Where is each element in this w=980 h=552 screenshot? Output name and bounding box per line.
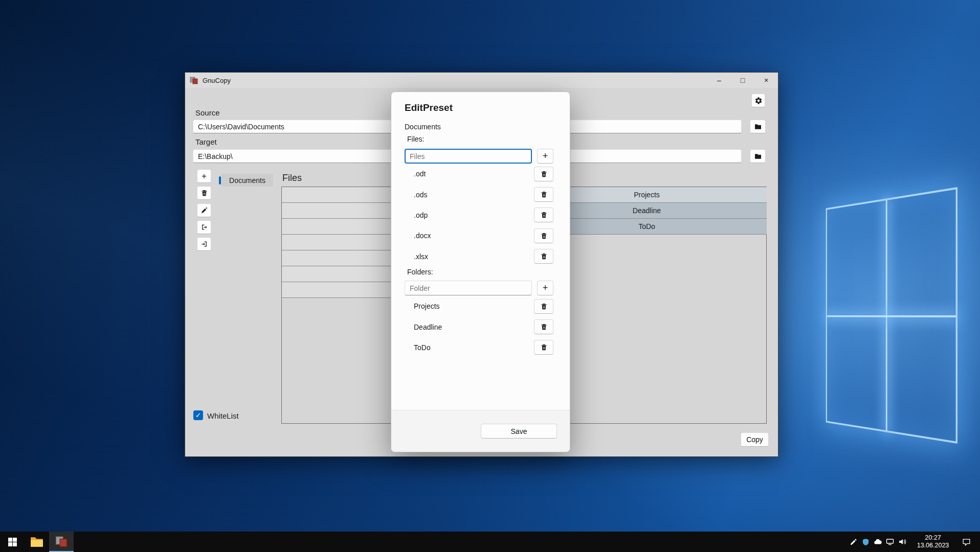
delete-file-button[interactable] bbox=[534, 167, 553, 181]
import-icon bbox=[201, 240, 208, 248]
file-list-item: .odp bbox=[405, 205, 553, 225]
file-list-item: .xlsx bbox=[405, 246, 553, 267]
files-input-row: + bbox=[405, 149, 553, 164]
pen-tray-icon[interactable] bbox=[847, 532, 859, 552]
file-list-item: .docx bbox=[405, 225, 553, 246]
gnucopy-taskbar-button[interactable] bbox=[49, 532, 74, 552]
trash-icon bbox=[540, 252, 548, 260]
folder-name-label: Projects bbox=[414, 302, 440, 310]
volume-tray-icon[interactable] bbox=[896, 532, 908, 552]
window-controls: – □ × bbox=[707, 73, 778, 88]
delete-file-button[interactable] bbox=[534, 249, 553, 264]
settings-button[interactable] bbox=[751, 94, 765, 107]
trash-icon bbox=[540, 191, 548, 198]
selected-preset-indicator bbox=[219, 176, 221, 185]
copy-button[interactable]: Copy bbox=[741, 432, 769, 447]
add-preset-button[interactable]: + bbox=[197, 169, 211, 183]
add-file-button[interactable]: + bbox=[537, 149, 553, 164]
dialog-preset-name: Documents bbox=[405, 123, 441, 131]
files-heading: Files bbox=[282, 173, 302, 183]
clock-date: 13.06.2023 bbox=[911, 542, 954, 549]
delete-preset-button[interactable] bbox=[197, 186, 211, 200]
delete-folder-button[interactable] bbox=[534, 319, 553, 334]
save-button[interactable]: Save bbox=[481, 424, 557, 439]
maximize-button[interactable]: □ bbox=[731, 73, 754, 88]
delete-folder-button[interactable] bbox=[534, 340, 553, 355]
minimize-button[interactable]: – bbox=[707, 73, 731, 88]
folder-list-item: ToDo bbox=[405, 337, 553, 358]
pencil-icon bbox=[201, 206, 208, 214]
delete-folder-button[interactable] bbox=[534, 299, 553, 314]
folders-section-label: Folders: bbox=[407, 268, 433, 276]
network-tray-icon[interactable] bbox=[884, 532, 896, 552]
add-folder-button[interactable]: + bbox=[537, 281, 553, 295]
gnucopy-app-icon bbox=[55, 535, 68, 547]
preset-item-documents[interactable]: Documents bbox=[221, 174, 273, 187]
export-preset-button[interactable] bbox=[197, 220, 211, 234]
import-preset-button[interactable] bbox=[197, 237, 211, 251]
source-label: Source bbox=[195, 108, 220, 117]
target-browse-button[interactable] bbox=[750, 149, 766, 163]
dialog-footer: Save bbox=[391, 410, 570, 452]
file-extension-label: .odt bbox=[414, 170, 426, 178]
trash-icon bbox=[540, 343, 548, 351]
trash-icon bbox=[540, 323, 548, 331]
start-button[interactable] bbox=[0, 532, 25, 552]
trash-icon bbox=[540, 303, 548, 310]
source-browse-button[interactable] bbox=[750, 120, 766, 133]
check-icon: ✓ bbox=[195, 411, 201, 419]
titlebar[interactable]: GnuCopy – □ × bbox=[185, 73, 778, 88]
trash-icon bbox=[540, 232, 548, 240]
trash-icon bbox=[201, 189, 208, 197]
windows-logo-glow bbox=[826, 187, 957, 444]
taskbar-clock[interactable]: 20:27 13.06.2023 bbox=[911, 534, 954, 549]
window-title: GnuCopy bbox=[203, 77, 231, 84]
trash-icon bbox=[540, 170, 548, 178]
edit-preset-button[interactable] bbox=[197, 203, 211, 217]
clock-time: 20:27 bbox=[911, 534, 954, 542]
file-extension-label: .odp bbox=[414, 211, 428, 219]
folder-list-item: Deadline bbox=[405, 316, 553, 337]
file-explorer-icon bbox=[30, 536, 43, 547]
folder-icon bbox=[754, 152, 762, 160]
folder-name-label: ToDo bbox=[414, 343, 431, 352]
files-section-label: Files: bbox=[407, 135, 424, 143]
whitelist-checkbox[interactable]: ✓ bbox=[193, 410, 203, 420]
file-extension-label: .ods bbox=[414, 191, 427, 199]
file-extension-label: .docx bbox=[414, 232, 431, 240]
files-list: .odt .ods .odp .docx bbox=[405, 164, 553, 267]
whitelist-label: WhiteList bbox=[207, 411, 239, 420]
folder-name-label: Deadline bbox=[414, 323, 442, 331]
app-icon bbox=[190, 76, 198, 84]
files-input[interactable] bbox=[405, 149, 532, 164]
folder-list-item: Projects bbox=[405, 296, 553, 316]
delete-file-button[interactable] bbox=[534, 187, 553, 202]
file-list-item: .ods bbox=[405, 184, 553, 204]
taskbar: 20:27 13.06.2023 bbox=[0, 532, 980, 552]
edit-preset-dialog: EditPreset Documents Files: + .odt .ods … bbox=[391, 91, 570, 452]
folders-input-row: + bbox=[405, 281, 553, 295]
action-center-icon[interactable] bbox=[957, 532, 975, 552]
dialog-title: EditPreset bbox=[405, 102, 453, 113]
folders-list: Projects Deadline ToDo bbox=[405, 296, 553, 358]
taskbar-left bbox=[0, 532, 74, 552]
target-label: Target bbox=[195, 137, 217, 146]
delete-file-button[interactable] bbox=[534, 208, 553, 222]
delete-file-button[interactable] bbox=[534, 228, 553, 243]
export-icon bbox=[201, 223, 208, 231]
windows-logo-icon bbox=[8, 538, 17, 546]
security-shield-icon[interactable] bbox=[859, 532, 872, 552]
file-extension-label: .xlsx bbox=[414, 252, 428, 261]
screen: GnuCopy – □ × Source Target bbox=[0, 0, 980, 552]
windows-logo-horizontal-bar bbox=[827, 315, 956, 317]
file-explorer-button[interactable] bbox=[25, 532, 49, 552]
trash-icon bbox=[540, 211, 548, 219]
folder-input[interactable] bbox=[405, 281, 532, 295]
gear-icon bbox=[754, 97, 763, 105]
cloud-tray-icon[interactable] bbox=[872, 532, 884, 552]
folder-icon bbox=[754, 123, 762, 131]
file-list-item: .odt bbox=[405, 164, 553, 184]
close-button[interactable]: × bbox=[754, 73, 778, 88]
system-tray: 20:27 13.06.2023 bbox=[847, 532, 980, 552]
